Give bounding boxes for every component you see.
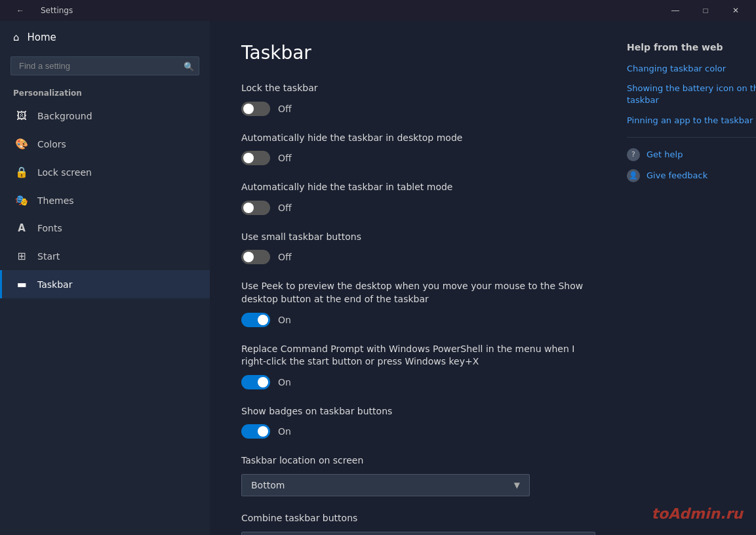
sidebar-item-label: Background	[37, 111, 92, 121]
help-sidebar: Help from the web Changing taskbar color…	[627, 42, 756, 514]
setting-combine-buttons: Combine taskbar buttons Always, hide lab…	[241, 512, 595, 535]
fonts-icon: A	[15, 222, 28, 234]
content-main: Taskbar Lock the taskbar Off Automatical…	[241, 42, 595, 514]
titlebar: ← Settings — □ ✕	[0, 0, 756, 21]
sidebar-item-lock-screen[interactable]: 🔒 Lock screen	[0, 158, 210, 186]
toggle-lock-taskbar[interactable]	[241, 102, 270, 116]
setting-hide-desktop: Automatically hide the taskbar in deskto…	[241, 132, 595, 166]
setting-label: Lock the taskbar	[241, 82, 595, 95]
toggle-track	[241, 313, 270, 327]
sidebar-item-background[interactable]: 🖼 Background	[0, 102, 210, 130]
sidebar-item-label: Fonts	[37, 223, 62, 233]
chevron-down-icon: ▼	[514, 481, 520, 490]
get-help-action[interactable]: ? Get help	[627, 148, 756, 161]
setting-hide-tablet: Automatically hide the taskbar in tablet…	[241, 181, 595, 215]
setting-row: Off	[241, 250, 595, 264]
setting-row: On	[241, 424, 595, 439]
window-controls: — □ ✕	[660, 0, 751, 21]
give-feedback-action[interactable]: 👤 Give feedback	[627, 169, 756, 182]
sidebar-item-label: Start	[37, 251, 60, 262]
background-icon: 🖼	[15, 109, 28, 122]
setting-label: Show badges on taskbar buttons	[241, 405, 595, 418]
setting-small-buttons: Use small taskbar buttons Off	[241, 231, 595, 265]
setting-label: Combine taskbar buttons	[241, 512, 595, 525]
back-icon: ←	[16, 6, 24, 15]
toggle-thumb	[243, 252, 254, 262]
combine-buttons-dropdown[interactable]: Always, hide labels ▼	[241, 532, 595, 535]
sidebar-item-label: Taskbar	[37, 279, 72, 290]
toggle-label: On	[278, 315, 291, 325]
minimize-button[interactable]: —	[660, 0, 690, 21]
back-button[interactable]: ←	[5, 0, 35, 21]
toggle-small-buttons[interactable]	[241, 250, 270, 264]
sidebar: ⌂ Home 🔍 Personalization 🖼 Background 🎨 …	[0, 21, 210, 535]
toggle-track	[241, 151, 270, 165]
toggle-powershell[interactable]	[241, 375, 270, 389]
sidebar-item-label: Lock screen	[37, 167, 92, 178]
setting-powershell: Replace Command Prompt with Windows Powe…	[241, 343, 595, 389]
setting-row: On	[241, 375, 595, 389]
setting-label: Taskbar location on screen	[241, 454, 595, 467]
help-link-battery-icon[interactable]: Showing the battery icon on the taskbar	[627, 83, 756, 106]
themes-icon: 🎭	[15, 194, 28, 207]
help-title: Help from the web	[627, 42, 756, 52]
toggle-peek-preview[interactable]	[241, 313, 270, 327]
give-feedback-label: Give feedback	[647, 170, 707, 180]
toggle-label: On	[278, 377, 291, 387]
toggle-track	[241, 201, 270, 215]
setting-label: Automatically hide the taskbar in tablet…	[241, 181, 595, 194]
content-area: Taskbar Lock the taskbar Off Automatical…	[210, 21, 756, 535]
toggle-track	[241, 250, 270, 264]
titlebar-title: Settings	[41, 6, 660, 15]
setting-badges: Show badges on taskbar buttons On	[241, 405, 595, 439]
sidebar-item-taskbar[interactable]: ▬ Taskbar	[0, 270, 210, 298]
toggle-thumb	[258, 426, 268, 437]
toggle-track	[241, 102, 270, 116]
sidebar-item-label: Themes	[37, 195, 74, 206]
setting-label: Use small taskbar buttons	[241, 231, 595, 244]
dropdown-value: Bottom	[251, 480, 285, 490]
help-link-changing-color[interactable]: Changing taskbar color	[627, 63, 756, 75]
sidebar-item-fonts[interactable]: A Fonts	[0, 214, 210, 242]
get-help-label: Get help	[647, 149, 683, 159]
toggle-label: Off	[278, 203, 292, 213]
dropdown-wrap: Always, hide labels ▼	[241, 532, 595, 535]
home-label: Home	[28, 31, 56, 43]
setting-row: Off	[241, 151, 595, 165]
sidebar-item-colors[interactable]: 🎨 Colors	[0, 130, 210, 158]
close-button[interactable]: ✕	[721, 0, 751, 21]
search-icon: 🔍	[184, 61, 194, 71]
toggle-label: On	[278, 426, 291, 437]
setting-row: Off	[241, 102, 595, 116]
toggle-thumb	[258, 377, 268, 387]
sidebar-item-start[interactable]: ⊞ Start	[0, 242, 210, 270]
setting-lock-taskbar: Lock the taskbar Off	[241, 82, 595, 116]
sidebar-section-label: Personalization	[0, 81, 210, 102]
app-body: ⌂ Home 🔍 Personalization 🖼 Background 🎨 …	[0, 21, 756, 535]
toggle-thumb	[258, 315, 268, 325]
setting-label: Replace Command Prompt with Windows Powe…	[241, 343, 595, 368]
taskbar-location-dropdown[interactable]: Bottom ▼	[241, 474, 530, 496]
give-feedback-icon: 👤	[627, 169, 640, 182]
help-divider	[627, 137, 756, 138]
sidebar-item-label: Colors	[37, 139, 66, 149]
setting-taskbar-location: Taskbar location on screen Bottom ▼	[241, 454, 595, 496]
toggle-thumb	[243, 203, 254, 213]
search-input[interactable]	[10, 56, 199, 75]
toggle-badges[interactable]	[241, 424, 270, 439]
toggle-label: Off	[278, 104, 292, 114]
toggle-label: Off	[278, 252, 292, 262]
dropdown-wrap: Bottom ▼	[241, 474, 595, 496]
maximize-button[interactable]: □	[690, 0, 721, 21]
toggle-hide-tablet[interactable]	[241, 201, 270, 215]
start-icon: ⊞	[15, 250, 28, 262]
sidebar-home[interactable]: ⌂ Home	[0, 21, 210, 54]
toggle-track	[241, 424, 270, 439]
help-link-pinning-app[interactable]: Pinning an app to the taskbar	[627, 115, 756, 127]
toggle-track	[241, 375, 270, 389]
setting-label: Use Peek to preview the desktop when you…	[241, 280, 595, 306]
toggle-thumb	[243, 153, 254, 163]
setting-label: Automatically hide the taskbar in deskto…	[241, 132, 595, 145]
sidebar-item-themes[interactable]: 🎭 Themes	[0, 186, 210, 214]
toggle-hide-desktop[interactable]	[241, 151, 270, 165]
